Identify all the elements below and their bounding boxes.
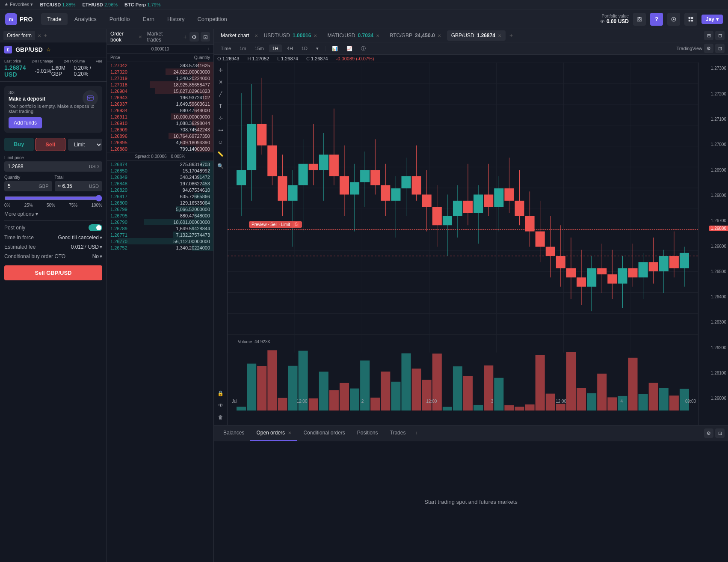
add-chart-tab[interactable]: + — [507, 30, 515, 41]
book-minus[interactable]: − — [110, 47, 113, 51]
more-options-toggle[interactable]: More options ▾ — [4, 211, 102, 217]
tf-1h[interactable]: 1H — [269, 45, 282, 52]
tf-more[interactable]: ▾ — [313, 45, 322, 53]
screenshot-btn[interactable] — [633, 13, 646, 26]
chart-tab-maticusd[interactable]: MATIC/USD 0.7034 ✕ — [323, 30, 384, 41]
bid-row[interactable]: 1.26799 5,066.52000000 — [107, 206, 213, 212]
market-trades-tab[interactable]: Market trades — [145, 31, 181, 43]
sell-button[interactable]: Sell GBP/USD — [4, 265, 102, 280]
chart-expand-btn[interactable]: ⊡ — [715, 31, 725, 40]
order-form-tab[interactable]: Order form — [3, 31, 35, 40]
chart-fullscreen-btn[interactable]: ⊡ — [715, 44, 725, 53]
book-settings[interactable]: ⚙ — [189, 32, 199, 42]
tool-eye[interactable]: 👁 — [216, 400, 226, 410]
bid-row[interactable]: 1.26849 348.24391472 — [107, 174, 213, 180]
tf-1d[interactable]: 1D — [298, 45, 311, 52]
post-only-toggle[interactable] — [89, 224, 102, 231]
tab-open-orders[interactable]: Open orders ✕ — [250, 425, 297, 441]
ask-row[interactable]: 1.26934 880.47648000 — [107, 107, 213, 113]
tool-emoji[interactable]: ☺ — [216, 137, 226, 147]
nav-item-trade[interactable]: Trade — [41, 13, 67, 25]
bid-row[interactable]: 1.26850 15.17048992 — [107, 167, 213, 174]
favorites-link[interactable]: ★ Favorites ▾ — [4, 2, 33, 7]
ethusd-ticker[interactable]: ETH/USD 2.96% — [83, 2, 118, 7]
sell-tab[interactable]: Sell — [36, 138, 66, 151]
ask-row[interactable]: 1.26895 4,609.18094390 — [107, 139, 213, 146]
bid-row[interactable]: 1.26848 197.08622453 — [107, 180, 213, 187]
chart-title-close[interactable]: ✕ — [255, 33, 258, 38]
quantity-input[interactable] — [8, 183, 38, 189]
chart-tab-gbpusd[interactable]: GBP/USD 1.26874 ✕ — [447, 30, 506, 41]
bid-row[interactable]: 1.26752 1,340.20224000 — [107, 244, 213, 251]
tool-ruler[interactable]: 📏 — [216, 149, 226, 159]
add-funds-button[interactable]: Add funds — [9, 117, 42, 128]
add-bottom-tab[interactable]: + — [413, 426, 420, 440]
ask-row[interactable]: 1.26896 10,764.69727350 — [107, 133, 213, 139]
ask-row[interactable]: 1.26909 708.74542243 — [107, 126, 213, 133]
tool-trash[interactable]: 🗑 — [216, 412, 226, 422]
chart-tab-usdtusd[interactable]: USDT/USD 1.00016 ✕ — [260, 30, 322, 41]
tf-4h[interactable]: 4H — [284, 45, 296, 52]
btcusd-ticker[interactable]: BTC/USD 1.88% — [40, 2, 75, 7]
ask-row[interactable]: 1.26984 15,827.82961823 — [107, 88, 213, 94]
nav-item-analytics[interactable]: Analytics — [68, 13, 103, 25]
nav-item-competition[interactable]: Competition — [191, 13, 233, 25]
grid-btn[interactable] — [684, 13, 697, 26]
ask-row[interactable]: 1.26943 196.93724102 — [107, 94, 213, 101]
chart-tab-btcgbp[interactable]: BTC/GBP 24,450.0 ✕ — [385, 30, 445, 41]
user-menu[interactable]: Jay ▾ — [701, 15, 723, 24]
bottom-expand-btn[interactable]: ⊡ — [715, 428, 725, 438]
bid-row[interactable]: 1.26800 129.16535064 — [107, 199, 213, 206]
buy-tab[interactable]: Buy — [4, 138, 34, 151]
chart-canvas[interactable]: Preview · Sell · Limit 5 — [228, 62, 698, 425]
tool-line[interactable]: ╱ — [216, 89, 226, 99]
ask-row[interactable]: 1.26910 1,088.36298044 — [107, 120, 213, 126]
tool-lock[interactable]: 🔒 — [216, 388, 226, 398]
add-book-tab[interactable]: + — [183, 33, 187, 40]
bid-row[interactable]: 1.26789 1,649.59428844 — [107, 225, 213, 232]
book-expand[interactable]: ⊡ — [201, 32, 210, 42]
tool-move[interactable]: ⊹ — [216, 113, 226, 123]
bid-row[interactable]: 1.26795 880.47648000 — [107, 212, 213, 219]
tab-trades[interactable]: Trades — [384, 425, 412, 441]
nav-item-earn[interactable]: Earn — [137, 13, 160, 25]
book-close[interactable]: ✕ — [139, 35, 142, 39]
ask-row[interactable]: 1.27042 393.57341625 — [107, 62, 213, 68]
tab-conditional-orders[interactable]: Conditional orders — [297, 425, 351, 441]
bid-row[interactable]: 1.26820 94.67534610 — [107, 187, 213, 193]
order-form-tab-close[interactable]: ✕ — [38, 33, 41, 38]
ask-row[interactable]: 1.27019 1,340.20224000 — [107, 75, 213, 81]
ask-row[interactable]: 1.26911 10,000.00000000 — [107, 113, 213, 120]
add-panel-tab[interactable]: + — [44, 32, 47, 39]
bid-row[interactable]: 1.26790 18,601.00000000 — [107, 219, 213, 225]
bid-row[interactable]: 1.26874 275.86319703 — [107, 161, 213, 167]
logo[interactable]: m PRO — [5, 13, 33, 25]
ask-row[interactable]: 1.26937 1,649.59603611 — [107, 101, 213, 107]
bid-row[interactable]: 1.26817 635.72665866 — [107, 193, 213, 199]
tool-measure[interactable]: ⊶ — [216, 125, 226, 135]
tool-zoom[interactable]: 🔍 — [216, 161, 226, 171]
chart-type-btn[interactable]: 📊 — [328, 45, 341, 53]
chart-layout-btn[interactable]: ⊞ — [704, 31, 713, 40]
total-input[interactable] — [58, 183, 89, 189]
chart-info[interactable]: ⓘ — [358, 44, 369, 53]
tf-15m[interactable]: 15m — [251, 45, 267, 52]
tf-1m[interactable]: 1m — [236, 45, 249, 52]
btcperp-ticker[interactable]: BTC Perp 1.79% — [124, 2, 160, 7]
chart-settings-btn[interactable]: ⚙ — [704, 44, 713, 53]
bid-row[interactable]: 1.26771 7,132.27574473 — [107, 232, 213, 238]
limit-price-input[interactable] — [8, 164, 89, 169]
pair-favorite[interactable]: ☆ — [46, 47, 51, 53]
tab-positions[interactable]: Positions — [351, 425, 384, 441]
ask-row[interactable]: 1.27020 24,022.00000000 — [107, 68, 213, 75]
bid-row[interactable]: 1.26770 56,112.00000000 — [107, 238, 213, 244]
bottom-settings-btn[interactable]: ⚙ — [704, 428, 713, 438]
tool-crosshair[interactable]: ✕ — [216, 77, 226, 87]
tool-text[interactable]: T — [216, 101, 226, 111]
nav-item-history[interactable]: History — [161, 13, 190, 25]
ask-row[interactable]: 1.27018 18,925.85658477 — [107, 81, 213, 88]
order-type-select[interactable]: Limit Market Stop — [68, 139, 102, 151]
nav-item-portfolio[interactable]: Portfolio — [104, 13, 136, 25]
settings-btn[interactable] — [667, 13, 680, 26]
help-btn[interactable]: ? — [650, 13, 663, 26]
